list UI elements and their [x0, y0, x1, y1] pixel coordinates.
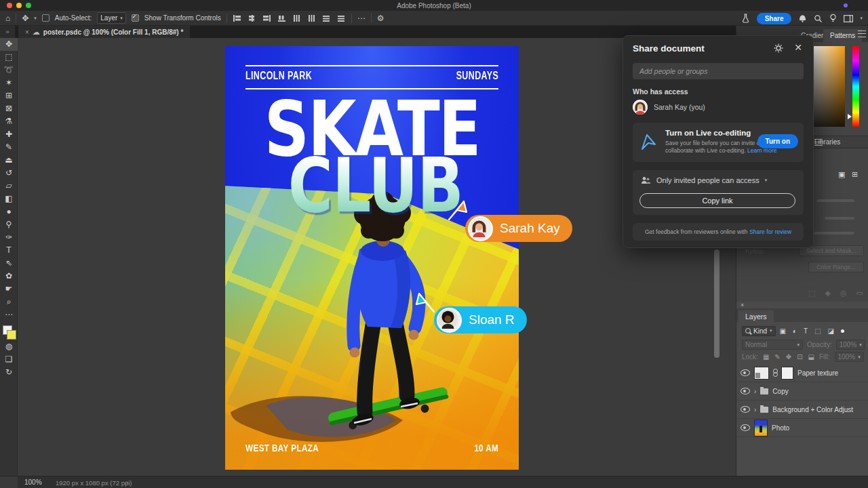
gear-icon[interactable]: ⚙ [377, 14, 384, 22]
crop-tool[interactable]: ⊞ [0, 89, 18, 102]
status-popup-chevron[interactable]: › [126, 479, 128, 486]
blur-tool[interactable]: ● [0, 205, 18, 218]
lock-all-icon[interactable]: ⬓ [808, 353, 814, 361]
move-tool[interactable]: ✥ [0, 38, 18, 51]
visibility-eye-icon[interactable] [741, 424, 750, 431]
type-tool[interactable]: T [0, 244, 18, 257]
auto-select-layer-dropdown[interactable]: Layer ▾ [97, 12, 126, 24]
toolbar-expand-button[interactable]: » [0, 26, 15, 38]
load-selection-icon[interactable]: ⬚ [808, 289, 815, 298]
mask-properties-icon[interactable]: ▣ [838, 170, 845, 179]
layer-row[interactable]: › Copy [736, 382, 868, 401]
filter-type-layers-icon[interactable]: T [804, 327, 808, 335]
dodge-tool[interactable]: ⚲ [0, 218, 18, 231]
path-selection-tool[interactable]: ⇖ [0, 257, 18, 270]
canvas-document[interactable]: LINCOLN PARK SUNDAYS SKATE CLUB WEST BAY… [225, 46, 519, 470]
invert-mask-icon[interactable]: ◎ [840, 289, 847, 298]
fill-input[interactable]: 100%▾ [835, 352, 864, 362]
add-people-input[interactable] [633, 63, 804, 79]
filter-toggle-pin[interactable] [841, 329, 844, 333]
brush-tool[interactable]: ✎ [0, 141, 18, 154]
clone-stamp-tool[interactable]: ⏏ [0, 154, 18, 167]
tab-layers[interactable]: Layers [738, 310, 774, 323]
color-range-button[interactable]: Color Range... [808, 262, 864, 272]
close-tab-icon[interactable]: × [25, 28, 29, 36]
background-color-swatch[interactable] [7, 330, 16, 340]
frame-tool[interactable]: ⊠ [0, 102, 18, 115]
more-options-icon[interactable]: ⋯ [357, 14, 366, 22]
filter-shape-layers-icon[interactable]: ⬚ [814, 327, 821, 335]
filter-adjustment-layers-icon[interactable]: ◐ [793, 327, 797, 335]
history-brush-tool[interactable]: ↺ [0, 167, 18, 180]
marquee-tool[interactable]: ⬚ [0, 51, 18, 64]
delete-mask-icon[interactable]: ▭ [856, 289, 863, 298]
filter-pixel-layers-icon[interactable]: ▣ [780, 327, 786, 335]
align-right-edges[interactable] [262, 14, 271, 22]
home-icon[interactable]: ⌂ [5, 14, 10, 22]
gear-icon[interactable] [774, 43, 783, 53]
lock-artboard-icon[interactable]: ⊡ [797, 353, 802, 361]
distribute-top-edges[interactable] [292, 14, 301, 22]
screen-mode-button[interactable]: ❏ [0, 353, 18, 366]
object-selection-tool[interactable]: ✶ [0, 77, 18, 89]
color-field[interactable] [812, 46, 845, 127]
lasso-tool[interactable]: ➰ [0, 64, 18, 77]
hue-strip[interactable] [852, 46, 859, 127]
edit-toolbar-button[interactable]: ⋯ [0, 308, 18, 321]
search-icon[interactable] [814, 14, 823, 23]
shape-tool[interactable]: ✿ [0, 270, 18, 283]
visibility-eye-icon[interactable] [741, 369, 750, 376]
lock-paint-icon[interactable]: ✎ [774, 353, 780, 361]
workspace-switcher-icon[interactable] [844, 15, 853, 22]
distribute-horizontal-centers[interactable] [307, 14, 316, 22]
discover-lightbulb-icon[interactable] [829, 14, 837, 23]
align-bottom-edges[interactable] [277, 14, 286, 22]
panel-menu-icon[interactable] [858, 30, 866, 37]
copy-link-button[interactable]: Copy link [639, 193, 795, 208]
close-panel-icon[interactable]: × [741, 302, 744, 308]
close-icon[interactable]: ✕ [794, 42, 802, 53]
show-transform-controls-checkbox[interactable] [132, 14, 139, 22]
hand-tool[interactable]: ☛ [0, 283, 18, 296]
channel-properties-icon[interactable]: ⊞ [852, 170, 858, 179]
align-horizontal-centers[interactable] [248, 14, 256, 22]
align-left-edges[interactable] [233, 14, 241, 22]
blend-mode-dropdown[interactable]: Normal▾ [742, 340, 803, 350]
document-tab[interactable]: × ☁ poster.psdc @ 100% (Color Fill 1, RG… [18, 26, 190, 38]
rotate-view-button[interactable]: ↻ [0, 366, 18, 379]
lock-transparency-icon[interactable]: ▦ [763, 353, 769, 361]
panel-menu-icon[interactable] [814, 139, 823, 146]
auto-select-checkbox[interactable] [42, 14, 50, 22]
layer-row[interactable]: › Paper texture [736, 364, 868, 382]
layer-filter-kind-dropdown[interactable]: Kind ▾ [742, 326, 776, 336]
hue-slider-arrow[interactable] [848, 114, 852, 119]
visibility-eye-icon[interactable] [741, 406, 750, 413]
eyedropper-tool[interactable]: ⚗ [0, 115, 18, 128]
pen-tool[interactable]: ✑ [0, 231, 18, 244]
opacity-input[interactable]: 100%▾ [836, 340, 865, 350]
share-button[interactable]: Share [757, 13, 792, 24]
beta-flask-icon[interactable] [741, 14, 750, 23]
layer-row[interactable]: › Photo [736, 419, 868, 437]
zoom-tool[interactable]: ⌕ [0, 296, 18, 308]
share-for-review-link[interactable]: Share for review [749, 228, 791, 235]
apply-mask-icon[interactable]: ◈ [825, 289, 831, 298]
notifications-bell-icon[interactable] [798, 14, 807, 23]
turn-on-button[interactable]: Turn on [757, 134, 798, 148]
visibility-eye-icon[interactable] [741, 388, 750, 394]
group-chevron-icon[interactable]: › [754, 406, 756, 413]
layer-row[interactable]: › Background + Color Adjust [736, 401, 868, 419]
distribute-bottom-edges[interactable] [322, 14, 331, 22]
filter-smart-objects-icon[interactable]: ◪ [828, 327, 834, 335]
distribute-vertical-centers[interactable] [337, 14, 346, 22]
quick-mask-button[interactable]: ◍ [0, 340, 18, 353]
eraser-tool[interactable]: ▱ [0, 180, 18, 192]
healing-brush-tool[interactable]: ✚ [0, 128, 18, 141]
group-chevron-icon[interactable]: › [754, 388, 756, 395]
move-tool-options-icon[interactable]: ✥ [22, 14, 28, 22]
gradient-tool[interactable]: ◧ [0, 192, 18, 205]
chevron-down-icon[interactable]: ▾ [860, 16, 863, 21]
tab-patterns[interactable]: Patterns [823, 29, 862, 42]
zoom-level[interactable]: 100% [24, 479, 42, 486]
vertical-scrollbar[interactable] [714, 249, 719, 358]
